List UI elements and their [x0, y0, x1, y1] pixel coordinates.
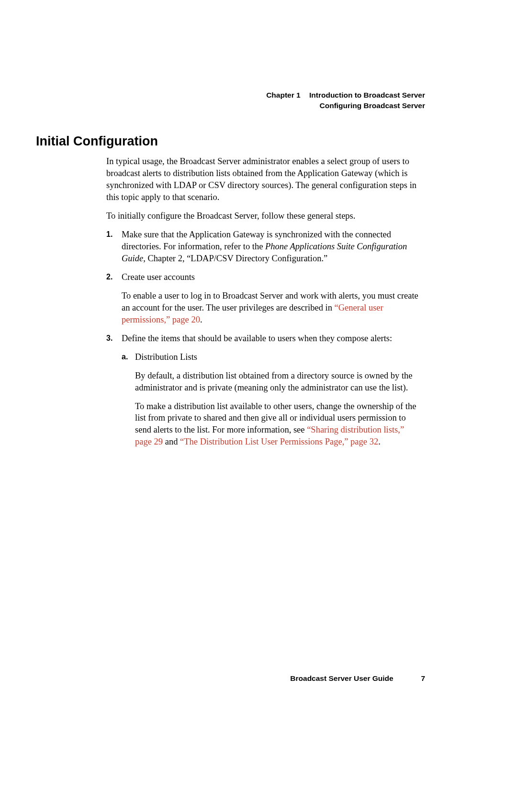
step-3a-number: a. — [122, 352, 128, 362]
step-2-number: 2. — [106, 272, 112, 282]
page-title: Initial Configuration — [36, 134, 158, 149]
step-3a: a. Distribution Lists By default, a dist… — [122, 351, 422, 448]
footer-guide-name: Broadcast Server User Guide — [290, 674, 393, 682]
step-3-sublist: a. Distribution Lists By default, a dist… — [122, 351, 422, 448]
step-1-text: Make sure that the Application Gateway i… — [122, 229, 422, 265]
link-distribution-list-permissions[interactable]: “The Distribution List User Permissions … — [180, 437, 378, 446]
intro-paragraph-2: To initially configure the Broadcast Ser… — [106, 210, 422, 222]
step-2-heading: Create user accounts — [122, 271, 422, 283]
steps-list: 1. Make sure that the Application Gatewa… — [106, 229, 422, 448]
step-3: 3. Define the items that should be avail… — [106, 333, 422, 448]
chapter-title: Introduction to Broadcast Server — [309, 91, 425, 99]
step-1-number: 1. — [106, 229, 112, 240]
step-3a-heading: Distribution Lists — [135, 351, 422, 363]
step-3-number: 3. — [106, 333, 112, 344]
page-number: 7 — [409, 674, 425, 683]
step-2-text: To enable a user to log in to Broadcast … — [122, 290, 422, 326]
intro-paragraph-1: In typical usage, the Broadcast Server a… — [106, 156, 422, 203]
running-header: Chapter 1 Introduction to Broadcast Serv… — [266, 90, 425, 111]
header-line-2: Configuring Broadcast Server — [266, 100, 425, 111]
step-3-heading: Define the items that should be availabl… — [122, 333, 422, 345]
step-1: 1. Make sure that the Application Gatewa… — [106, 229, 422, 265]
step-2: 2. Create user accounts To enable a user… — [106, 271, 422, 326]
step-3a-paragraph-1: By default, a distribution list obtained… — [135, 370, 422, 394]
header-line-1: Chapter 1 Introduction to Broadcast Serv… — [266, 90, 425, 100]
footer: Broadcast Server User Guide 7 — [290, 674, 425, 683]
step-3a-paragraph-2: To make a distribution list available to… — [135, 400, 422, 448]
body-text: In typical usage, the Broadcast Server a… — [106, 156, 422, 455]
chapter-label: Chapter 1 — [266, 91, 301, 99]
page: Chapter 1 Introduction to Broadcast Serv… — [0, 0, 517, 812]
